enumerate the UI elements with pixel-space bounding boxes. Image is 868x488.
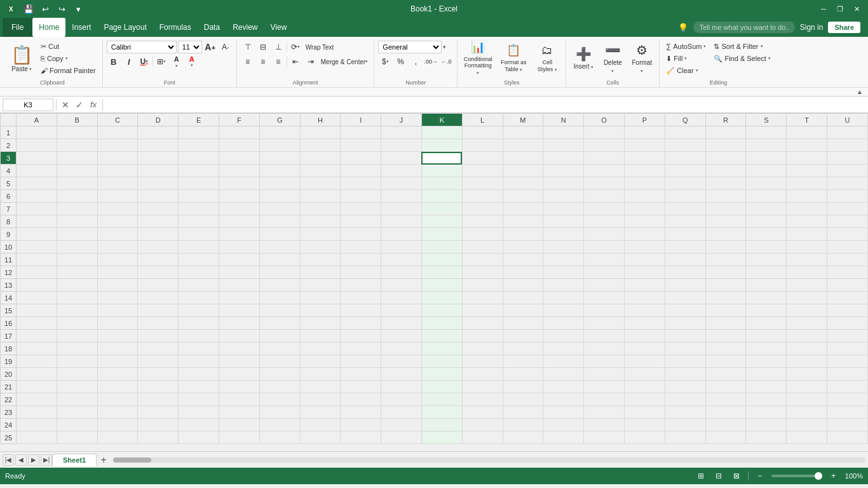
row-number-16[interactable]: 16	[1, 317, 17, 330]
align-bottom-button[interactable]: ⊥	[271, 41, 285, 53]
cell-U19[interactable]	[827, 355, 868, 368]
paste-button[interactable]: 📋 Paste▾	[6, 41, 37, 79]
page-layout-view-button[interactable]: ⊟	[712, 470, 725, 482]
col-header-T[interactable]: T	[787, 114, 827, 126]
cell-R17[interactable]	[705, 330, 746, 342]
cell-J15[interactable]	[381, 304, 422, 317]
cell-A15[interactable]	[17, 304, 57, 317]
cell-L19[interactable]	[462, 355, 503, 368]
cell-C3[interactable]	[97, 152, 138, 165]
cell-F5[interactable]	[219, 177, 260, 190]
cell-H7[interactable]	[300, 203, 341, 215]
cell-G3[interactable]	[259, 152, 300, 165]
cell-J25[interactable]	[381, 431, 422, 444]
cell-S9[interactable]	[746, 228, 787, 241]
currency-button[interactable]: $▾	[378, 55, 392, 68]
cell-P11[interactable]	[625, 254, 665, 266]
cell-H2[interactable]	[300, 139, 341, 152]
cell-D15[interactable]	[138, 304, 179, 317]
cell-I7[interactable]	[341, 203, 381, 215]
cell-B13[interactable]	[57, 279, 97, 292]
cell-U3[interactable]	[827, 152, 868, 165]
cell-E14[interactable]	[179, 292, 219, 304]
cell-F24[interactable]	[219, 419, 260, 431]
cell-J17[interactable]	[381, 330, 422, 342]
cell-N7[interactable]	[543, 203, 584, 215]
cell-E1[interactable]	[179, 126, 219, 139]
cell-U10[interactable]	[827, 241, 868, 254]
cell-I4[interactable]	[341, 165, 381, 177]
cell-H16[interactable]	[300, 317, 341, 330]
cell-T24[interactable]	[787, 419, 827, 431]
cell-G4[interactable]	[259, 165, 300, 177]
cell-A16[interactable]	[17, 317, 57, 330]
cell-G2[interactable]	[259, 139, 300, 152]
cell-O6[interactable]	[584, 190, 625, 203]
zoom-in-button[interactable]: +	[827, 470, 840, 482]
cell-P6[interactable]	[625, 190, 665, 203]
cell-G8[interactable]	[259, 215, 300, 228]
cell-P19[interactable]	[625, 355, 665, 368]
cell-A12[interactable]	[17, 266, 57, 279]
cell-U13[interactable]	[827, 279, 868, 292]
restore-button[interactable]: ❐	[834, 3, 846, 15]
cell-K9[interactable]	[421, 228, 462, 241]
cell-J9[interactable]	[381, 228, 422, 241]
cell-L22[interactable]	[462, 393, 503, 406]
cell-S2[interactable]	[746, 139, 787, 152]
cell-F20[interactable]	[219, 368, 260, 381]
cell-D22[interactable]	[138, 393, 179, 406]
cell-M2[interactable]	[503, 139, 543, 152]
cell-F13[interactable]	[219, 279, 260, 292]
align-right-button[interactable]: ≡	[271, 55, 285, 68]
cell-A4[interactable]	[17, 165, 57, 177]
cell-H18[interactable]	[300, 342, 341, 355]
cell-F8[interactable]	[219, 215, 260, 228]
cell-R22[interactable]	[705, 393, 746, 406]
close-button[interactable]: ✕	[850, 3, 863, 15]
cell-J6[interactable]	[381, 190, 422, 203]
cell-G24[interactable]	[259, 419, 300, 431]
sign-in-button[interactable]: Sign in	[800, 23, 824, 32]
cell-T19[interactable]	[787, 355, 827, 368]
cell-L4[interactable]	[462, 165, 503, 177]
cell-H8[interactable]	[300, 215, 341, 228]
cell-U17[interactable]	[827, 330, 868, 342]
cell-C13[interactable]	[97, 279, 138, 292]
cell-K15[interactable]	[421, 304, 462, 317]
cell-R21[interactable]	[705, 381, 746, 393]
cell-L20[interactable]	[462, 368, 503, 381]
row-number-25[interactable]: 25	[1, 431, 17, 444]
cell-E17[interactable]	[179, 330, 219, 342]
cell-I21[interactable]	[341, 381, 381, 393]
col-header-U[interactable]: U	[827, 114, 868, 126]
save-button[interactable]: 💾	[22, 2, 36, 16]
cell-U16[interactable]	[827, 317, 868, 330]
cell-O10[interactable]	[584, 241, 625, 254]
border-button[interactable]: ⊞▾	[154, 55, 168, 68]
cell-E21[interactable]	[179, 381, 219, 393]
cell-M25[interactable]	[503, 431, 543, 444]
cell-A1[interactable]	[17, 126, 57, 139]
cell-I19[interactable]	[341, 355, 381, 368]
cell-A22[interactable]	[17, 393, 57, 406]
cell-T21[interactable]	[787, 381, 827, 393]
cell-M13[interactable]	[503, 279, 543, 292]
row-number-7[interactable]: 7	[1, 203, 17, 215]
cell-S18[interactable]	[746, 342, 787, 355]
cell-R19[interactable]	[705, 355, 746, 368]
cell-F22[interactable]	[219, 393, 260, 406]
cell-C15[interactable]	[97, 304, 138, 317]
cell-S19[interactable]	[746, 355, 787, 368]
cell-A5[interactable]	[17, 177, 57, 190]
cell-G13[interactable]	[259, 279, 300, 292]
cell-O17[interactable]	[584, 330, 625, 342]
cell-P16[interactable]	[625, 317, 665, 330]
cell-Q19[interactable]	[665, 355, 705, 368]
cell-E7[interactable]	[179, 203, 219, 215]
cell-M5[interactable]	[503, 177, 543, 190]
copy-button[interactable]: ⎘ Copy ▾	[38, 53, 98, 64]
cell-G20[interactable]	[259, 368, 300, 381]
cell-K1[interactable]	[421, 126, 462, 139]
cell-S21[interactable]	[746, 381, 787, 393]
